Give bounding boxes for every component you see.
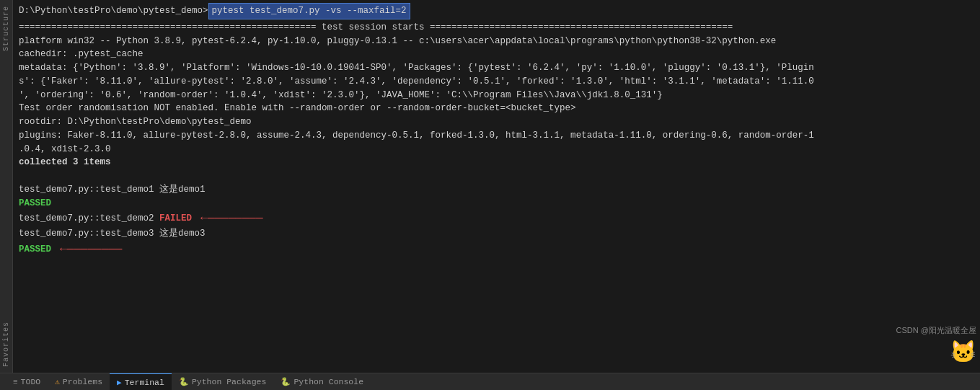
tab-python-packages[interactable]: 🐍 Python Packages xyxy=(172,373,274,390)
python-console-icon: 🐍 xyxy=(281,377,291,386)
terminal-output: D:\Python\testPro\demo\pytest_demo> pyte… xyxy=(13,0,922,373)
test-demo1-result: PASSED xyxy=(19,197,917,210)
right-decoration: CSDN @阳光温暖全屋 🐱 xyxy=(922,0,980,373)
blank-line xyxy=(19,169,917,183)
terminal-label: Terminal xyxy=(125,378,164,387)
arrow-right-2: ←———————— xyxy=(60,241,122,258)
problems-label: Problems xyxy=(63,377,102,386)
tab-todo[interactable]: ≡ TODO xyxy=(6,373,48,390)
test-order-line: Test order randomisation NOT enabled. En… xyxy=(19,102,917,115)
test-session-separator: ========================================… xyxy=(19,21,917,35)
test-demo2-name: test_demo7.py::test_demo2 xyxy=(19,212,159,226)
status-bar: ≡ TODO ⚠ Problems ▶ Terminal 🐍 Python Pa… xyxy=(0,373,980,390)
test-demo3-result-line: PASSED ←———————— xyxy=(19,241,917,258)
tab-problems[interactable]: ⚠ Problems xyxy=(48,373,110,390)
todo-icon: ≡ xyxy=(13,378,18,386)
collected-line: collected 3 items xyxy=(19,156,917,169)
test-demo2-result: FAILED xyxy=(159,212,192,226)
python-packages-icon: 🐍 xyxy=(179,377,189,386)
python-packages-label: Python Packages xyxy=(192,377,267,386)
terminal-container: Structure Favorites D:\Python\testPro\de… xyxy=(0,0,980,373)
todo-label: TODO xyxy=(21,377,41,386)
rootdir-line: rootdir: D:\Python\testPro\demo\pytest_d… xyxy=(19,115,917,129)
test-demo2-line: test_demo7.py::test_demo2 FAILED ←——————… xyxy=(19,210,917,227)
tab-terminal[interactable]: ▶ Terminal xyxy=(110,373,172,390)
terminal-icon: ▶ xyxy=(117,378,122,387)
structure-label[interactable]: Structure xyxy=(1,0,12,57)
character-emoji: 🐱 xyxy=(950,339,976,365)
command-line: D:\Python\testPro\demo\pytest_demo> pyte… xyxy=(19,3,917,19)
arrow-right-1: ←———————— xyxy=(200,210,262,227)
cachedir-line: cachedir: .pytest_cache xyxy=(19,48,917,61)
python-console-label: Python Console xyxy=(293,377,363,386)
test-demo1-name: test_demo7.py::test_demo1 这是demo1 xyxy=(19,183,917,197)
test-demo3-name: test_demo7.py::test_demo3 这是demo3 xyxy=(19,227,917,241)
metadata-line2: s': {'Faker': '8.11.0', 'allure-pytest':… xyxy=(19,75,917,89)
metadata-line1: metadata: {'Python': '3.8.9', 'Platform'… xyxy=(19,61,917,75)
csdn-watermark: CSDN @阳光温暖全屋 xyxy=(896,325,976,336)
prompt-path: D:\Python\testPro\demo\pytest_demo> xyxy=(19,4,208,18)
favorites-label[interactable]: Favorites xyxy=(1,316,12,373)
plugins-line1: plugins: Faker-8.11.0, allure-pytest-2.8… xyxy=(19,129,917,143)
metadata-line3: ', 'ordering': '0.6', 'random-order': '1… xyxy=(19,89,917,102)
tab-python-console[interactable]: 🐍 Python Console xyxy=(273,373,371,390)
test-demo3-result: PASSED xyxy=(19,243,51,257)
left-sidebar: Structure Favorites xyxy=(0,0,13,373)
command-input[interactable]: pytest test_demo7.py -vs --maxfail=2 xyxy=(208,3,410,19)
platform-line: platform win32 -- Python 3.8.9, pytest-6… xyxy=(19,35,917,48)
problems-icon: ⚠ xyxy=(55,377,60,386)
plugins-line2: .0.4, xdist-2.3.0 xyxy=(19,143,917,156)
